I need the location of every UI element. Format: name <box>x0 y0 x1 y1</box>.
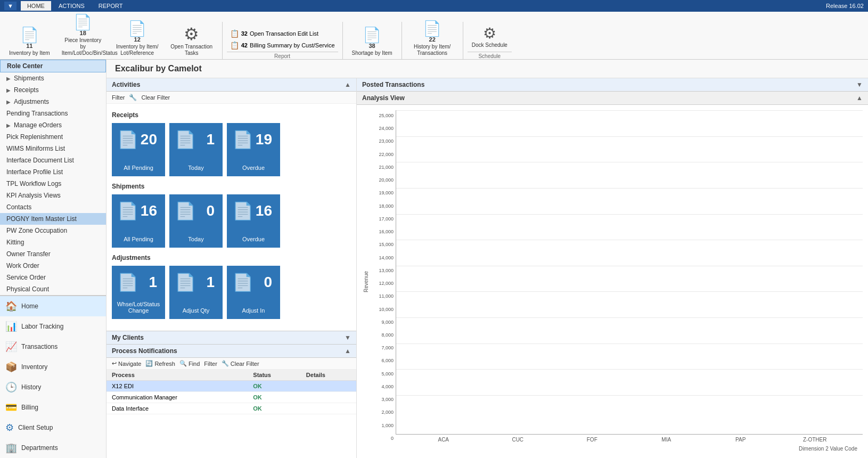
top-bar-arrow[interactable]: ▼ <box>4 2 17 10</box>
ribbon-sep4 <box>463 22 463 59</box>
process-filter-button[interactable]: Filter <box>204 361 217 367</box>
ribbon-shortage[interactable]: 📄 38 Shortage by Item <box>347 25 397 59</box>
tile-adjustments-in[interactable]: 📄 0 Adjust In <box>227 266 280 319</box>
details-data <box>301 403 356 414</box>
process-notifications-header: Process Notifications ▲ <box>107 345 356 358</box>
process-clear-filter-button[interactable]: 🔧 Clear Filter <box>222 360 259 367</box>
sidebar-billing-label: Billing <box>21 404 38 411</box>
posted-chevron[interactable]: ▼ <box>856 81 863 88</box>
sidebar-item-adjustments[interactable]: ▶ Adjustments <box>0 96 106 108</box>
ribbon-report-group: 📋 32 Open Transaction Edit List 📋 42 Bil… <box>227 28 338 59</box>
x-label-aca: ACA <box>426 437 461 443</box>
sidebar-item-pw-zone[interactable]: PW Zone Occupation <box>0 225 106 236</box>
table-row[interactable]: Communication Manager OK <box>107 392 356 403</box>
ribbon-inventory-by-item[interactable]: 📄 11 Inventory by Item <box>4 25 55 59</box>
sidebar-item-owner-transfer[interactable]: Owner Transfer <box>0 248 106 260</box>
tile-adjustments-whse[interactable]: 📄 1 Whse/Lot/Status Change <box>112 266 165 319</box>
sidebar-bottom-inventory[interactable]: 📦 Inventory <box>0 357 106 377</box>
sidebar-item-pogny[interactable]: POGNY Item Master List <box>0 213 106 225</box>
sidebar-nav-top: Role Center ▶ Shipments ▶ Receipts ▶ Adj… <box>0 60 106 295</box>
y-tick: 5,000 <box>370 371 394 377</box>
sidebar-item-pick-replenishment[interactable]: Pick Replenishment <box>0 131 106 143</box>
sidebar-item-work-order[interactable]: Work Order <box>0 260 106 272</box>
activities-chevron[interactable]: ▲ <box>345 81 351 88</box>
ribbon-open-transaction[interactable]: ⚙ Open Transaction Tasks <box>166 23 218 59</box>
ribbon-history-badge: 22 <box>429 36 436 43</box>
shipments-tiles: 📄 16 All Pending 📄 0 Today 📄 16 O <box>112 194 351 248</box>
sidebar-item-service-order[interactable]: Service Order <box>0 272 106 283</box>
sidebar-bottom-labor[interactable]: 📊 Labor Tracking <box>0 316 106 337</box>
sidebar-item-kitting[interactable]: Kitting <box>0 236 106 248</box>
sidebar-item-kpi-analysis[interactable]: KPI Analysis Views <box>0 190 106 201</box>
tile-shipments-all-pending[interactable]: 📄 16 All Pending <box>112 194 165 248</box>
y-tick: 7,000 <box>370 345 394 350</box>
y-tick: 14,000 <box>370 255 394 260</box>
ribbon-open-edit-list[interactable]: 📋 32 Open Transaction Edit List <box>227 28 338 39</box>
sidebar-item-tpl-workflow[interactable]: TPL Workflow Logs <box>0 178 106 190</box>
sidebar-item-role-center[interactable]: Role Center <box>0 60 106 72</box>
refresh-label: Refresh <box>154 361 175 367</box>
refresh-button[interactable]: 🔄 Refresh <box>145 360 175 367</box>
ribbon-inventory-lot[interactable]: 📄 12 Inventory by Item/ Lot/Reference <box>111 19 163 59</box>
ribbon-dock-schedule[interactable]: ⚙ Dock Schedule <box>468 24 512 51</box>
tile-shipments-overdue[interactable]: 📄 16 Overdue <box>227 194 280 248</box>
sidebar-item-manage-eorders[interactable]: ▶ Manage eOrders <box>0 119 106 131</box>
process-toolbar: ↩ Navigate 🔄 Refresh 🔍 Find Filter 🔧 <box>107 358 356 370</box>
ribbon-badge2: 18 <box>80 30 86 36</box>
ribbon-badge: 11 <box>26 43 32 49</box>
process-notifications-chevron[interactable]: ▲ <box>345 347 351 355</box>
my-clients-chevron[interactable]: ▼ <box>345 334 351 341</box>
sidebar-item-receipts[interactable]: ▶ Receipts <box>0 84 106 96</box>
sidebar-bottom-home[interactable]: 🏠 Home <box>0 296 106 316</box>
analysis-chevron[interactable]: ▲ <box>856 94 863 102</box>
ribbon-sep1 <box>222 22 223 59</box>
tab-report[interactable]: REPORT <box>92 1 129 11</box>
table-row[interactable]: Data Interface OK <box>107 403 356 414</box>
details-x12 <box>301 381 356 392</box>
tab-actions[interactable]: ACTIONS <box>52 1 91 11</box>
sidebar-item-wims-miniforms[interactable]: WIMS Miniforms List <box>0 143 106 154</box>
find-button[interactable]: 🔍 Find <box>179 360 200 367</box>
sidebar-item-physical-count[interactable]: Physical Count <box>0 283 106 295</box>
sidebar-bottom-billing[interactable]: 💳 Billing <box>0 397 106 418</box>
sidebar-item-shipments[interactable]: ▶ Shipments <box>0 72 106 84</box>
ribbon-doc-icon2: 📄 <box>73 15 92 30</box>
sidebar-item-interface-profile[interactable]: Interface Profile List <box>0 166 106 178</box>
sidebar-bottom-transactions[interactable]: 📈 Transactions <box>0 337 106 357</box>
ribbon-piece-inventory[interactable]: 📄 18 Piece Inventory by Item/Lot/Doc/Bin… <box>57 12 109 59</box>
inventory-icon: 📦 <box>5 361 17 373</box>
chart-y-wrapper: Revenue 25,000 24,000 23,000 22,000 21,0… <box>362 110 396 453</box>
ribbon-history[interactable]: 📄 22 History by Item/ Transactions <box>406 19 458 59</box>
tile-receipts-today-number: 1 <box>206 131 215 148</box>
tile-receipts-today[interactable]: 📄 1 Today <box>169 123 223 176</box>
table-row[interactable]: X12 EDI OK <box>107 381 356 392</box>
tile-receipts-overdue-number: 19 <box>256 131 272 148</box>
tile-adjustments-qty[interactable]: 📄 1 Adjust Qty <box>169 266 223 319</box>
sidebar-bottom-departments[interactable]: 🏢 Departments <box>0 438 106 458</box>
sidebar-item-contacts[interactable]: Contacts <box>0 201 106 213</box>
chart-bars <box>396 110 863 434</box>
sidebar-bottom-client-setup[interactable]: ⚙ Client Setup <box>0 418 106 438</box>
ribbon: 📄 11 Inventory by Item 📄 18 Piece Invent… <box>0 12 868 60</box>
tile-shipments-today[interactable]: 📄 0 Today <box>169 194 223 248</box>
sidebar-bottom-history[interactable]: 🕒 History <box>0 377 106 397</box>
tile-doc-icon1: 📄 <box>117 129 138 150</box>
tile-receipts-all-pending[interactable]: 📄 20 All Pending <box>112 123 165 176</box>
navigate-button[interactable]: ↩ Navigate <box>112 360 141 367</box>
top-bar-tabs: HOME ACTIONS REPORT <box>21 1 129 11</box>
x-label-mia: MIA <box>649 437 684 443</box>
filter-button[interactable]: Filter <box>112 94 125 101</box>
sidebar-item-pending-transactions[interactable]: Pending Transactions <box>0 108 106 119</box>
sidebar-arrow-adjustments: ▶ <box>6 99 11 105</box>
ribbon-badge3: 12 <box>134 36 141 43</box>
sidebar-client-setup-label: Client Setup <box>18 424 53 431</box>
x-label-pap: PAP <box>723 437 758 443</box>
y-tick: 13,000 <box>370 268 394 273</box>
tab-home[interactable]: HOME <box>21 1 51 11</box>
ribbon-doc-icon3: 📄 <box>128 21 146 36</box>
y-tick: 11,000 <box>370 293 394 299</box>
tile-receipts-overdue[interactable]: 📄 19 Overdue <box>227 123 280 176</box>
clear-filter-button[interactable]: Clear Filter <box>141 94 170 101</box>
sidebar-item-interface-document[interactable]: Interface Document List <box>0 154 106 166</box>
ribbon-billing-summary[interactable]: 📋 42 Billing Summary by Cust/Service <box>227 40 338 51</box>
